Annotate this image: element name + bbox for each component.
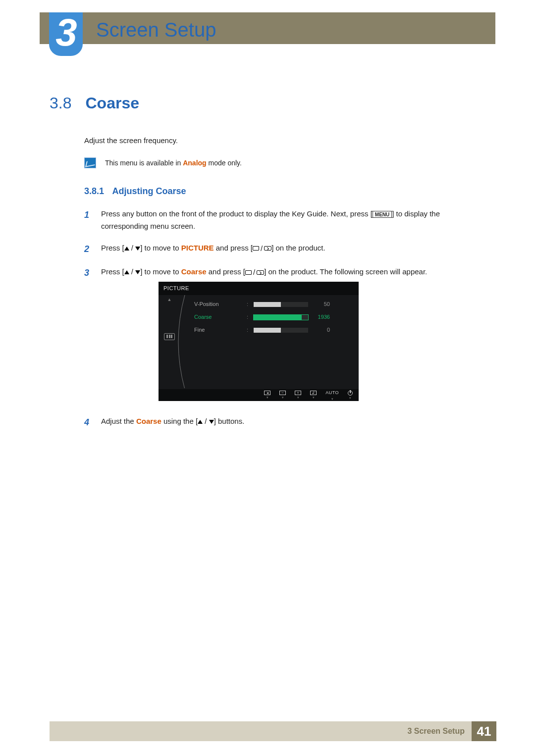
page-footer: 3 Screen Setup 41: [50, 721, 496, 741]
colon: :: [247, 325, 250, 335]
osd-footer-enter-icon: ↲▾: [310, 391, 317, 399]
keyword-coarse: Coarse: [181, 267, 207, 276]
step-number: 4: [84, 415, 92, 430]
note: This menu is available in Analog mode on…: [84, 157, 481, 168]
step-body: Adjust the Coarse using the [ / ] button…: [101, 415, 481, 430]
text: ] to move to: [140, 244, 181, 252]
colon: :: [247, 312, 250, 322]
step-4: 4 Adjust the Coarse using the [ / ] butt…: [84, 415, 481, 430]
subsection-heading: 3.8.1 Adjusting Coarse: [84, 186, 481, 197]
menu-button-icon: MENU: [373, 211, 392, 218]
source-enter-icon: /: [245, 266, 264, 279]
text: Press [: [101, 267, 124, 276]
triangle-down-icon: [135, 270, 140, 274]
step-number: 3: [84, 265, 92, 405]
note-text: This menu is available in Analog mode on…: [105, 159, 242, 167]
section-heading: 3.8 Coarse: [50, 94, 481, 112]
osd-row-fine: Fine : 0: [194, 324, 352, 337]
step-body: Press any button on the front of the pro…: [101, 207, 481, 233]
triangle-down-icon: [209, 420, 214, 424]
text: ] on the product. The following screen w…: [264, 267, 427, 276]
footer-text: 3 Screen Setup: [400, 721, 472, 741]
osd-value: 50: [312, 300, 330, 309]
note-icon: [84, 157, 96, 168]
osd-slider: [254, 328, 308, 333]
page-number: 41: [472, 721, 496, 741]
section-intro: Adjust the screen frequency.: [84, 135, 481, 147]
keyword-picture: PICTURE: [181, 244, 214, 252]
subsection-title: Adjusting Coarse: [112, 186, 186, 196]
osd-footer-minus-icon: −▾: [279, 391, 286, 399]
text: and press [: [214, 244, 253, 252]
osd-row-vposition: V-Position : 50: [194, 298, 352, 311]
text: Press any button on the front of the pro…: [101, 209, 373, 218]
osd-screenshot: PICTURE ▲ V-Position: [159, 282, 359, 401]
triangle-up-icon: [198, 420, 203, 424]
text: Adjust the: [101, 417, 136, 425]
triangle-up-icon: [124, 270, 129, 274]
osd-value: 0: [312, 325, 330, 335]
colon: :: [247, 300, 250, 309]
osd-sidebar: ▲: [159, 295, 180, 389]
keyword-coarse: Coarse: [136, 417, 161, 425]
section-title: Coarse: [85, 94, 139, 112]
osd-slider: [254, 302, 308, 307]
osd-footer-auto: AUTO▾: [325, 389, 339, 401]
osd-row-coarse: Coarse : 1936: [194, 311, 352, 324]
osd-arc-decoration: [176, 295, 189, 388]
osd-footer-back-icon: ◂▾: [264, 391, 270, 399]
step-2: 2 Press [ / ] to move to PICTURE and pre…: [84, 242, 481, 257]
osd-title: PICTURE: [159, 282, 359, 295]
step-1: 1 Press any button on the front of the p…: [84, 207, 481, 233]
footer-bar: [50, 721, 400, 741]
instruction-list: 1 Press any button on the front of the p…: [84, 207, 481, 430]
text: ] buttons.: [214, 417, 245, 425]
osd-slider: [254, 315, 308, 320]
osd-footer-power-icon: ▾: [348, 391, 353, 400]
source-enter-icon: /: [253, 242, 271, 255]
osd-label: Fine: [194, 325, 243, 335]
note-prefix: This menu is available in: [105, 159, 183, 167]
triangle-down-icon: [135, 247, 140, 251]
triangle-up-icon: [124, 247, 129, 251]
osd-footer-plus-icon: +▾: [295, 391, 301, 399]
note-suffix: mode only.: [207, 159, 242, 167]
step-number: 1: [84, 207, 92, 233]
chapter-title: Screen Setup: [96, 19, 216, 41]
osd-label: Coarse: [194, 312, 243, 322]
osd-label: V-Position: [194, 300, 243, 309]
osd-footer: ◂▾ −▾ +▾ ↲▾ AUTO▾ ▾: [159, 389, 359, 401]
osd-rows: V-Position : 50 Coarse : 1936: [180, 295, 359, 389]
subsection-number: 3.8.1: [84, 186, 104, 196]
step-3: 3 Press [ / ] to move to Coarse and pres…: [84, 265, 481, 405]
section-number: 3.8: [50, 94, 71, 112]
chapter-tab: 3: [49, 12, 83, 56]
osd-picture-tab-icon: [164, 333, 175, 340]
step-number: 2: [84, 242, 92, 257]
chapter-number: 3: [55, 10, 76, 55]
text: using the [: [161, 417, 198, 425]
scroll-up-icon: ▲: [167, 296, 172, 303]
text: Press [: [101, 244, 124, 252]
step-body: Press [ / ] to move to Coarse and press …: [101, 265, 481, 405]
osd-value: 1936: [312, 312, 330, 322]
note-mode: Analog: [183, 159, 206, 167]
text: ] to move to: [140, 267, 181, 276]
text: ] on the product.: [271, 244, 325, 252]
step-body: Press [ / ] to move to PICTURE and press…: [101, 242, 481, 257]
text: and press [: [207, 267, 245, 276]
osd-footer-auto-label: AUTO: [325, 389, 339, 397]
